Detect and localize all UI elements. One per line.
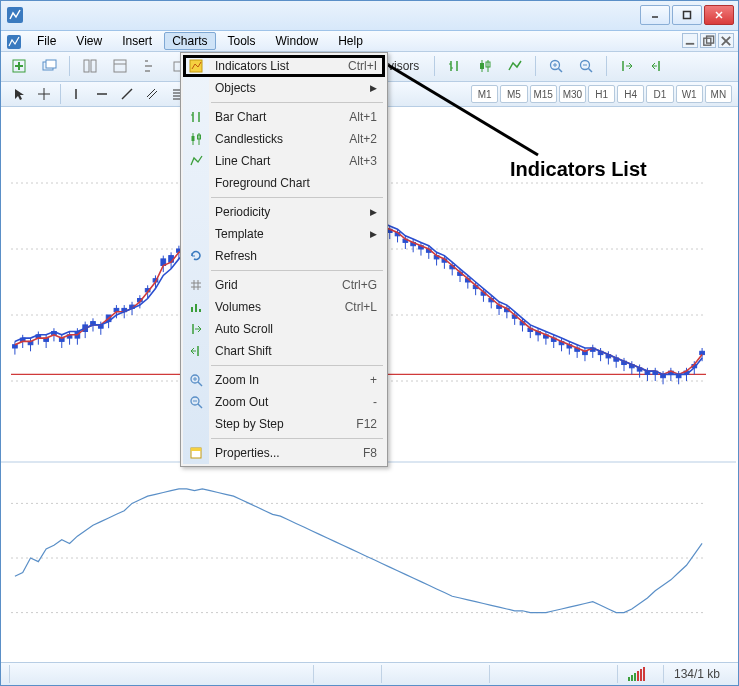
minimize-button[interactable] [640,5,670,25]
cursor-button[interactable] [7,83,30,105]
mdi-minimize-button[interactable] [682,33,698,48]
vertical-line-button[interactable] [65,83,88,105]
menu-item-label: Chart Shift [215,344,272,358]
submenu-arrow-icon: ▶ [370,207,377,217]
tf-h4[interactable]: H4 [617,85,644,103]
horizontal-line-button[interactable] [90,83,113,105]
auto-scroll-button[interactable] [615,55,639,77]
menu-item-shortcut: F12 [356,417,377,431]
refresh-icon [188,248,204,264]
maximize-button[interactable] [672,5,702,25]
callout-arrow [388,55,548,165]
menu-tools[interactable]: Tools [220,32,264,50]
menu-item-shortcut: F8 [363,446,377,460]
menu-item-auto-scroll[interactable]: Auto Scroll [183,318,385,340]
menu-item-periodicity[interactable]: Periodicity▶ [183,201,385,223]
callout-label: Indicators List [510,158,647,181]
svg-rect-266 [191,448,201,451]
tf-h1[interactable]: H1 [588,85,615,103]
menu-item-line-chart[interactable]: Line ChartAlt+3 [183,150,385,172]
market-watch-button[interactable] [78,55,102,77]
menu-item-indicators-list[interactable]: Indicators ListCtrl+I [183,55,385,77]
navigator-button[interactable] [138,55,162,77]
charts-menu-dropdown: Indicators ListCtrl+IObjects▶Bar ChartAl… [180,52,388,467]
close-button[interactable] [704,5,734,25]
svg-line-259 [198,382,202,386]
svg-rect-245 [190,60,202,72]
menu-view[interactable]: View [68,32,110,50]
tf-d1[interactable]: D1 [646,85,673,103]
menu-item-label: Objects [215,81,256,95]
menu-item-candlesticks[interactable]: CandlesticksAlt+2 [183,128,385,150]
titlebar [1,1,738,31]
svg-rect-64 [13,345,18,348]
menu-item-label: Zoom In [215,373,259,387]
zoom-in-icon [188,372,204,388]
chart-shift-button[interactable] [645,55,669,77]
submenu-arrow-icon: ▶ [370,83,377,93]
tf-m30[interactable]: M30 [559,85,586,103]
menu-insert[interactable]: Insert [114,32,160,50]
data-window-button[interactable] [108,55,132,77]
submenu-arrow-icon: ▶ [370,229,377,239]
menu-item-label: Foreground Chart [215,176,310,190]
zoom-out-button[interactable] [574,55,598,77]
candlestick-icon [188,131,204,147]
menu-window[interactable]: Window [268,32,327,50]
bar-chart-icon [188,109,204,125]
svg-rect-240 [700,352,705,355]
menu-item-volumes[interactable]: VolumesCtrl+L [183,296,385,318]
menu-item-label: Candlesticks [215,132,283,146]
menu-item-refresh[interactable]: Refresh [183,245,385,267]
menu-item-zoom-out[interactable]: Zoom Out- [183,391,385,413]
mdi-restore-button[interactable] [700,33,716,48]
menu-item-label: Zoom Out [215,395,268,409]
menu-item-label: Template [215,227,264,241]
connection-signal-icon [628,667,645,681]
app-icon [5,5,25,25]
menu-item-label: Auto Scroll [215,322,273,336]
mdi-close-button[interactable] [718,33,734,48]
crosshair-button[interactable] [32,83,55,105]
menu-help[interactable]: Help [330,32,371,50]
zoom-out-icon [188,394,204,410]
svg-line-263 [198,404,202,408]
menu-item-chart-shift[interactable]: Chart Shift [183,340,385,362]
transfer-status: 134/1 kb [663,665,730,683]
doc-icon [5,33,23,51]
svg-rect-250 [192,136,195,141]
tf-w1[interactable]: W1 [676,85,703,103]
menu-item-properties-[interactable]: Properties...F8 [183,442,385,464]
menu-item-shortcut: Ctrl+L [345,300,377,314]
menu-item-label: Step by Step [215,417,284,431]
menu-item-step-by-step[interactable]: Step by StepF12 [183,413,385,435]
tf-mn[interactable]: MN [705,85,732,103]
statusbar: 134/1 kb [1,663,738,685]
svg-rect-18 [114,60,126,72]
svg-line-267 [388,65,538,155]
menu-item-objects[interactable]: Objects▶ [183,77,385,99]
menu-item-foreground-chart[interactable]: Foreground Chart [183,172,385,194]
svg-rect-15 [46,60,56,68]
menu-item-bar-chart[interactable]: Bar ChartAlt+1 [183,106,385,128]
menu-item-template[interactable]: Template▶ [183,223,385,245]
menu-item-grid[interactable]: GridCtrl+G [183,274,385,296]
menu-file[interactable]: File [29,32,64,50]
profiles-button[interactable] [37,55,61,77]
menu-item-zoom-in[interactable]: Zoom In+ [183,369,385,391]
menu-item-shortcut: Ctrl+G [342,278,377,292]
menu-item-shortcut: - [373,395,377,409]
svg-line-49 [147,89,155,97]
menu-item-shortcut: Alt+2 [349,132,377,146]
svg-rect-16 [84,60,89,72]
menubar: File View Insert Charts Tools Window Hel… [1,31,738,53]
menu-item-label: Bar Chart [215,110,266,124]
svg-rect-8 [707,36,714,43]
menu-item-label: Indicators List [215,59,289,73]
svg-line-36 [559,69,563,73]
channel-button[interactable] [141,83,164,105]
trendline-button[interactable] [115,83,138,105]
new-chart-button[interactable] [7,55,31,77]
line-chart-icon [188,153,204,169]
menu-charts[interactable]: Charts [164,32,215,50]
